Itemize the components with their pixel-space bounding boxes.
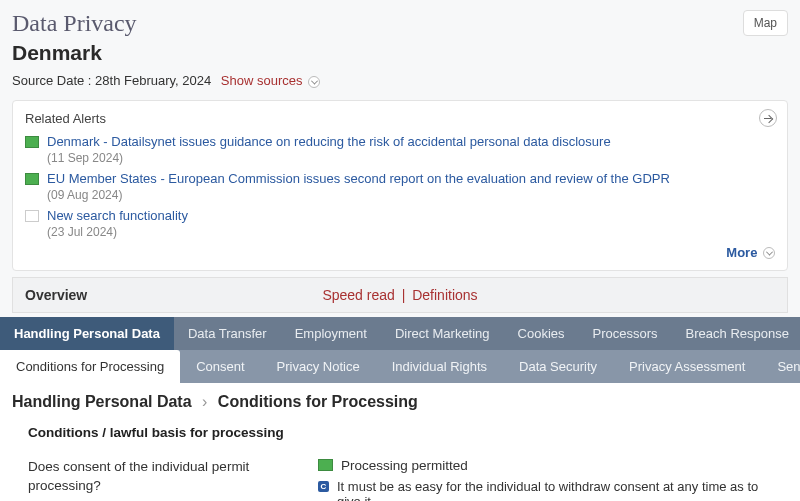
definitions-link[interactable]: Definitions xyxy=(412,287,477,303)
tab-primary[interactable]: Data Transfer xyxy=(174,317,281,350)
alert-link[interactable]: Denmark - Datailsynet issues guidance on… xyxy=(47,134,775,151)
question-text: Does consent of the individual permit pr… xyxy=(28,458,278,501)
country-heading: Denmark xyxy=(12,41,788,65)
more-link[interactable]: More xyxy=(726,245,775,260)
alert-item[interactable]: New search functionality (23 Jul 2024) xyxy=(25,208,775,239)
tab-secondary[interactable]: Conditions for Processing xyxy=(0,350,180,383)
overview-bar: Overview Speed read | Definitions xyxy=(12,277,788,313)
speed-read-link[interactable]: Speed read xyxy=(322,287,394,303)
overview-label: Overview xyxy=(25,287,87,303)
alert-link[interactable]: New search functionality xyxy=(47,208,775,225)
secondary-tabs: Conditions for ProcessingConsentPrivacy … xyxy=(0,350,800,383)
tab-primary[interactable]: Cookies xyxy=(504,317,579,350)
tab-secondary[interactable]: Consent xyxy=(180,350,260,383)
breadcrumb-b: Conditions for Processing xyxy=(218,393,418,410)
tab-secondary[interactable]: Data Security xyxy=(503,350,613,383)
chevron-right-icon: › xyxy=(202,393,207,410)
tab-secondary[interactable]: Individual Rights xyxy=(376,350,503,383)
status-green-icon xyxy=(25,173,39,185)
chevron-down-icon xyxy=(763,247,775,259)
chevron-down-icon xyxy=(308,76,320,88)
tab-primary[interactable]: Breach Response xyxy=(672,317,800,350)
related-alerts-title: Related Alerts xyxy=(25,111,775,126)
status-permitted-icon xyxy=(318,459,333,471)
status-grey-icon xyxy=(25,210,39,222)
tab-secondary[interactable]: Privacy Assessment xyxy=(613,350,761,383)
info-icon: C xyxy=(318,481,329,492)
primary-tabs: Handling Personal DataData TransferEmplo… xyxy=(0,317,800,350)
breadcrumb-a: Handling Personal Data xyxy=(12,393,192,410)
alert-date: (23 Jul 2024) xyxy=(47,225,775,239)
tab-primary[interactable]: Processors xyxy=(579,317,672,350)
alert-date: (09 Aug 2024) xyxy=(47,188,775,202)
status-green-icon xyxy=(25,136,39,148)
tab-primary[interactable]: Direct Marketing xyxy=(381,317,504,350)
source-date: Source Date : 28th February, 2024 xyxy=(12,73,211,88)
alert-link[interactable]: EU Member States - European Commission i… xyxy=(47,171,775,188)
tab-primary[interactable]: Handling Personal Data xyxy=(0,317,174,350)
page-title: Data Privacy xyxy=(12,10,788,37)
show-sources-link[interactable]: Show sources xyxy=(221,73,320,88)
breadcrumb: Handling Personal Data › Conditions for … xyxy=(0,383,800,419)
status-label: Processing permitted xyxy=(341,458,468,473)
alert-date: (11 Sep 2024) xyxy=(47,151,775,165)
arrow-right-icon[interactable] xyxy=(759,109,777,127)
tab-secondary[interactable]: Privacy Notice xyxy=(261,350,376,383)
alert-item[interactable]: Denmark - Datailsynet issues guidance on… xyxy=(25,134,775,165)
section-heading: Conditions / lawful basis for processing xyxy=(28,425,772,440)
tab-secondary[interactable]: Sensitive Data xyxy=(761,350,800,383)
alert-item[interactable]: EU Member States - European Commission i… xyxy=(25,171,775,202)
related-alerts-card: Related Alerts Denmark - Datailsynet iss… xyxy=(12,100,788,271)
note-text: It must be as easy for the individual to… xyxy=(337,479,772,501)
separator: | xyxy=(402,287,406,303)
map-button[interactable]: Map xyxy=(743,10,788,36)
tab-primary[interactable]: Employment xyxy=(281,317,381,350)
